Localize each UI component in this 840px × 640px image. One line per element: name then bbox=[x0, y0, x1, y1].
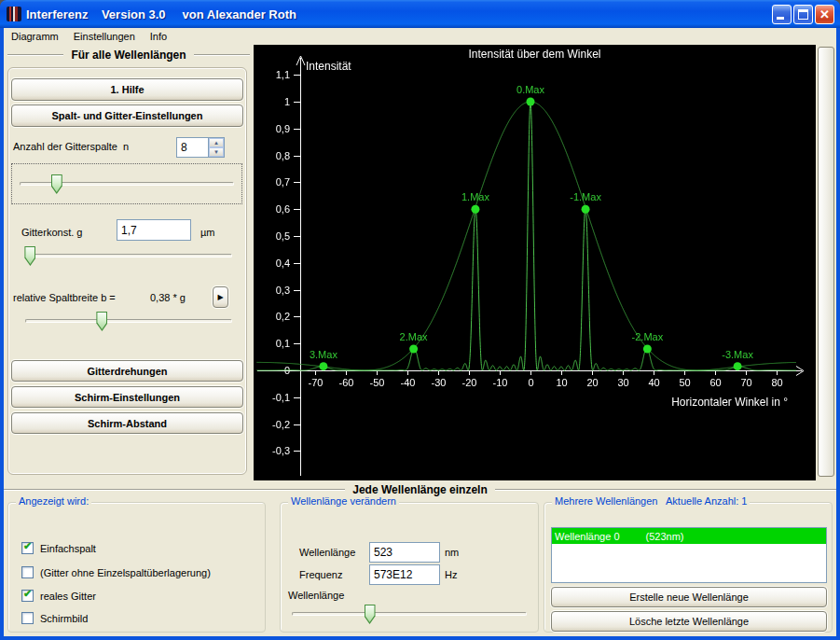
help-button[interactable]: 1. Hilfe bbox=[11, 78, 243, 101]
menu-diagramm[interactable]: Diagramm bbox=[4, 29, 66, 44]
wavelength-label: Wellenlänge bbox=[299, 547, 355, 558]
checkbox-icon[interactable] bbox=[21, 542, 34, 554]
checkbox-icon[interactable] bbox=[21, 566, 34, 578]
app-icon bbox=[7, 7, 21, 21]
menu-einstellungen[interactable]: Einstellungen bbox=[66, 29, 143, 44]
grating-const-slider[interactable] bbox=[25, 254, 232, 257]
chart-panel: Intensität über dem Winkel Intensität Ho… bbox=[254, 45, 816, 480]
wavelength-listbox: Wellenlänge 0(523nm) bbox=[551, 527, 827, 583]
frequency-input[interactable] bbox=[369, 564, 440, 585]
grating-rotation-button[interactable]: Gitterdrehungen bbox=[11, 360, 243, 382]
multi-wavelength-caption: Mehrere Wellenlängen Aktuelle Anzahl: 1 bbox=[552, 495, 750, 507]
screen-distance-button[interactable]: Schirm-Abstand bbox=[11, 412, 243, 434]
slit-count-label: Anzahl der Gitterspalte n bbox=[13, 141, 129, 152]
chart-ylabel: Intensität bbox=[306, 60, 351, 73]
slit-width-label: relative Spaltbreite b = bbox=[13, 292, 116, 303]
title-bar: Interferenz Version 3.0 von Alexander Ro… bbox=[0, 0, 840, 28]
maximize-button[interactable] bbox=[793, 5, 813, 24]
grating-const-label: Gitterkonst. g bbox=[21, 227, 82, 238]
grating-const-input[interactable] bbox=[117, 219, 191, 241]
slit-grating-settings-button[interactable]: Spalt- und Gitter-Einstellungen bbox=[11, 104, 243, 127]
maximize-icon bbox=[798, 9, 808, 20]
window-body: Diagramm Einstellungen Info Für alle Wel… bbox=[4, 28, 836, 636]
slit-count-spinner: ▲ ▼ bbox=[176, 137, 225, 158]
slit-count-slider-frame bbox=[11, 163, 242, 204]
wavelength-slider[interactable] bbox=[292, 612, 527, 616]
spinner-up-icon[interactable]: ▲ bbox=[209, 138, 224, 147]
slit-count-slider[interactable] bbox=[20, 182, 234, 186]
wavelength-edit-caption: Wellenlänge verändern bbox=[288, 495, 399, 507]
settings-panel: 1. Hilfe Spalt- und Gitter-Einstellungen… bbox=[7, 67, 247, 475]
frequency-label: Frequenz bbox=[299, 569, 342, 580]
app-window: Interferenz Version 3.0 von Alexander Ro… bbox=[0, 0, 840, 640]
checkbox-icon[interactable] bbox=[21, 612, 34, 624]
section-caption-all-wavelengths: Für alle Wellenlängen bbox=[7, 49, 250, 62]
wavelength-slider-label: Wellenlänge bbox=[288, 590, 344, 601]
display-options-group: Angezeigt wird: Einfachspalt (Gitter ohn… bbox=[7, 502, 266, 633]
slit-width-value: 0,38 * g bbox=[150, 292, 186, 303]
intensity-chart bbox=[254, 45, 816, 480]
minimize-icon bbox=[777, 17, 784, 20]
chart-title: Intensität über dem Winkel bbox=[254, 48, 816, 61]
screen-settings-button[interactable]: Schirm-Einstellungen bbox=[11, 386, 243, 408]
minimize-button[interactable] bbox=[772, 5, 792, 24]
slit-width-slider-thumb[interactable] bbox=[96, 312, 107, 331]
close-icon: ✕ bbox=[816, 7, 833, 22]
menu-info[interactable]: Info bbox=[143, 29, 174, 44]
create-wavelength-button[interactable]: Erstelle neue Wellenlänge bbox=[551, 587, 827, 607]
window-title: Interferenz Version 3.0 von Alexander Ro… bbox=[26, 7, 296, 21]
chart-xlabel: Horizontaler Winkel in ° bbox=[671, 396, 788, 409]
wavelength-input[interactable] bbox=[369, 542, 440, 563]
grating-const-unit: µm bbox=[200, 227, 215, 238]
display-options-caption: Angezeigt wird: bbox=[16, 495, 91, 507]
wavelength-edit-group: Wellenlänge verändern Wellenlänge nm Fre… bbox=[280, 502, 539, 633]
slit-width-slider[interactable] bbox=[25, 319, 232, 323]
wavelength-slider-thumb[interactable] bbox=[365, 605, 376, 624]
checkbox-icon[interactable] bbox=[21, 590, 34, 602]
menu-bar: Diagramm Einstellungen Info bbox=[4, 28, 836, 45]
slit-width-next-icon[interactable]: ▶ bbox=[213, 286, 228, 308]
multi-wavelength-group: Mehrere Wellenlängen Aktuelle Anzahl: 1 … bbox=[544, 502, 833, 633]
grating-const-slider-thumb[interactable] bbox=[24, 246, 35, 266]
delete-wavelength-button[interactable]: Lösche letzte Wellenlänge bbox=[551, 611, 827, 632]
checkbox-gitter-ohne-ueberlagerung[interactable]: (Gitter ohne Einzelspaltüberlagerung) bbox=[21, 566, 211, 578]
checkbox-schirmbild[interactable]: Schirmbild bbox=[21, 612, 88, 624]
section-caption-each-wavelength: Jede Wellenlänge einzeln bbox=[4, 483, 836, 496]
close-button[interactable]: ✕ bbox=[815, 5, 834, 24]
slit-count-slider-thumb[interactable] bbox=[51, 174, 62, 194]
wavelength-unit: nm bbox=[445, 547, 459, 558]
slit-count-input[interactable] bbox=[177, 138, 208, 157]
spinner-down-icon[interactable]: ▼ bbox=[209, 147, 224, 157]
vertical-splitter-button[interactable] bbox=[818, 47, 834, 477]
checkbox-reales-gitter[interactable]: reales Gitter bbox=[21, 590, 96, 602]
list-item[interactable]: Wellenlänge 0(523nm) bbox=[552, 528, 826, 544]
checkbox-einfachspalt[interactable]: Einfachspalt bbox=[21, 542, 96, 554]
frequency-unit: Hz bbox=[445, 569, 457, 580]
